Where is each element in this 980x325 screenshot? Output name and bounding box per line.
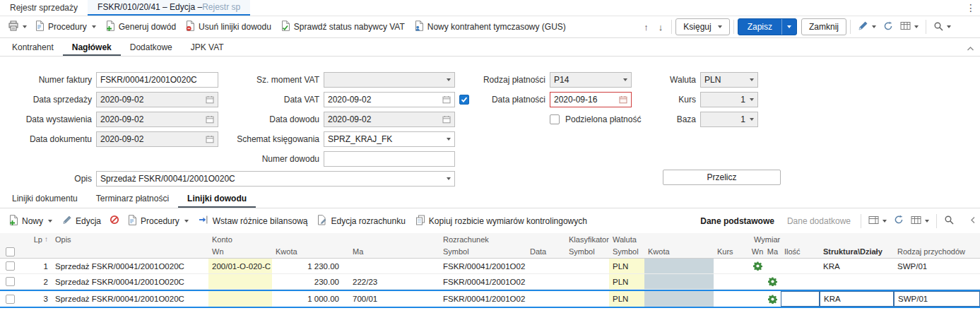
- move-up-button[interactable]: ↑: [639, 20, 654, 35]
- schemat-ksiegowania-field[interactable]: SPRZ_KRAJ_FK: [324, 131, 455, 147]
- cell-lp: 2: [20, 274, 52, 289]
- table-row-selected[interactable]: 3 Sprzedaż FSKR/00041/2001O020C 1 000.00…: [0, 290, 980, 308]
- wstaw-roznice-button[interactable]: Wstaw różnice bilansową: [194, 212, 313, 230]
- view-dane-dodatkowe[interactable]: Dane dodatkowe: [781, 213, 857, 229]
- dimension-gear-icon[interactable]: [768, 295, 777, 304]
- numer-faktury-field[interactable]: FSKR/00041/2001O020C: [96, 72, 218, 88]
- usun-linijki-button[interactable]: Usuń linijki dowodu: [181, 18, 276, 36]
- window-tab-label-tail: Rejestr sp: [202, 2, 240, 12]
- row-checkbox[interactable]: [6, 277, 15, 286]
- opis-field[interactable]: Sprzedaż FSKR/00041/2001O020C: [96, 171, 455, 187]
- tab-naglowek[interactable]: Nagłówek: [63, 38, 121, 56]
- sprawdz-status-vat-button[interactable]: Sprawdź status nabywcy VAT: [276, 18, 410, 36]
- kopiuj-rozbicie-button[interactable]: Kopiuj rozbicie wymiarów kontrolingowych: [411, 212, 592, 230]
- chevron-down-icon: [718, 25, 722, 28]
- cell-ilosc[interactable]: [781, 291, 820, 307]
- chevron-down-icon: [445, 177, 451, 180]
- view-dane-podstawowe[interactable]: Dane podstawowe: [694, 213, 781, 229]
- data-sprzedazy-field[interactable]: 2020-09-02: [96, 92, 218, 107]
- insert-balance-difference-icon: [199, 215, 209, 227]
- zapisz-split-button[interactable]: Zapisz: [738, 18, 797, 35]
- window-tab-rejestr-sprzedazy[interactable]: Rejestr sprzedaży: [0, 0, 88, 16]
- grid-options-detail-button[interactable]: [907, 213, 933, 230]
- cell-kwota: 1 230.00: [272, 259, 343, 273]
- header-rozrachunek-symbol[interactable]: Symbol: [439, 245, 526, 258]
- data-wystawienia-field[interactable]: 2020-09-02: [96, 112, 218, 127]
- table-row[interactable]: 2 Sprzedaż FSKR/00041/2001O020C 230.00 2…: [0, 274, 980, 290]
- tab-linijki-dowodu[interactable]: Linijki dowodu: [178, 189, 256, 208]
- collapse-panel-icon[interactable]: [967, 44, 974, 54]
- select-all-checkbox[interactable]: [6, 247, 15, 256]
- calendar-icon[interactable]: [442, 115, 451, 124]
- tab-linijki-dokumentu[interactable]: Linijki dokumentu: [3, 189, 87, 208]
- header-lp[interactable]: Lp↑: [20, 233, 52, 245]
- ksieguj-button[interactable]: Księguj: [675, 18, 729, 35]
- search-detail-button[interactable]: [940, 212, 957, 230]
- header-opis[interactable]: Opis: [52, 233, 208, 245]
- header-klasyfikator-symbol[interactable]: Symbol: [565, 245, 609, 258]
- nowy-kontrahent-gus-button[interactable]: Nowy kontrahent tymczasowy (GUS): [410, 18, 571, 36]
- header-waluta-kwota[interactable]: Kwota: [644, 245, 714, 258]
- tab-dodatkowe[interactable]: Dodatkowe: [121, 38, 182, 56]
- header-ilosc[interactable]: Ilość: [781, 245, 820, 258]
- data-dowodu-field[interactable]: 2020-09-02: [324, 112, 455, 127]
- chevron-down-icon: [748, 78, 754, 81]
- print-button[interactable]: [4, 18, 30, 36]
- header-waluta-kurs[interactable]: Kurs: [714, 245, 750, 258]
- zapisz-dropdown[interactable]: [781, 19, 796, 35]
- generuj-dowod-button[interactable]: Generuj dowód: [101, 18, 181, 36]
- data-vat-field[interactable]: 2020-09-02: [324, 92, 455, 107]
- header-wymiar-wn[interactable]: Wn: [750, 245, 764, 258]
- przelicz-button[interactable]: Przelicz: [663, 170, 781, 185]
- sz-moment-vat-field[interactable]: [324, 72, 455, 88]
- calendar-icon[interactable]: [619, 95, 627, 104]
- panel-layout-button[interactable]: [865, 213, 890, 230]
- calendar-icon[interactable]: [442, 95, 451, 104]
- tab-kontrahent[interactable]: Kontrahent: [3, 38, 63, 56]
- zamknij-button[interactable]: Zamknij: [801, 18, 846, 35]
- header-konto-wn[interactable]: Wn: [208, 245, 272, 258]
- header-rozrachunek-data[interactable]: Data: [526, 245, 565, 258]
- dimension-gear-icon[interactable]: [768, 277, 777, 286]
- kurs-field[interactable]: 1: [700, 92, 758, 107]
- header-struktura-dzialy[interactable]: Struktura\Działy: [820, 245, 894, 258]
- data-vat-value: 2020-09-02: [328, 95, 439, 105]
- tab-jpk-vat[interactable]: JPK VAT: [182, 38, 233, 56]
- edycja-rozrachunku-button[interactable]: Edycja rozrachunku: [312, 212, 410, 230]
- podzielona-platnosc-checkbox[interactable]: [550, 114, 560, 124]
- baza-field[interactable]: 1: [700, 112, 758, 127]
- procedury-detail-button[interactable]: Procedury: [123, 212, 194, 230]
- row-checkbox[interactable]: [6, 295, 15, 304]
- cell-struktura[interactable]: KRA: [820, 291, 894, 307]
- header-waluta-symbol[interactable]: Symbol: [609, 245, 644, 258]
- table-row[interactable]: 1 Sprzedaż FSKR/00041/2001O020C 200/01-O…: [0, 259, 980, 274]
- rodzaj-platnosci-field[interactable]: P14: [550, 72, 632, 88]
- zapisz-label: Zapisz: [738, 19, 781, 35]
- move-down-button[interactable]: ↓: [654, 20, 668, 35]
- expand-side-panel-icon[interactable]: [970, 216, 976, 226]
- tab-terminarz-platnosci[interactable]: Terminarz płatności: [87, 189, 178, 208]
- procedury-button[interactable]: Procedury: [30, 18, 101, 36]
- kebab-menu-icon[interactable]: ⋮: [962, 0, 980, 16]
- window-tab-edycja[interactable]: FSKR/010/20/41 – Edycja – Rejestr sp: [88, 0, 250, 16]
- search-button[interactable]: [930, 18, 955, 36]
- pen-settings-button[interactable]: [854, 18, 880, 36]
- dimension-gear-icon[interactable]: [753, 261, 762, 271]
- data-platnosci-field[interactable]: 2020-09-16: [550, 92, 632, 107]
- header-wymiar-ma[interactable]: Ma: [764, 245, 781, 258]
- cell-rodzaj[interactable]: SWP/01: [894, 291, 980, 307]
- usun-button[interactable]: [106, 212, 123, 230]
- refresh-detail-button[interactable]: [890, 212, 907, 230]
- refresh-button[interactable]: [880, 18, 897, 36]
- waluta-field[interactable]: PLN: [700, 72, 758, 88]
- edycja-button[interactable]: Edycja: [57, 212, 106, 230]
- document-person-icon: [415, 20, 424, 33]
- grid-options-button[interactable]: [897, 18, 922, 35]
- numer-dowodu-field[interactable]: [324, 151, 455, 167]
- header-konto-kwota[interactable]: Kwota: [272, 245, 343, 258]
- nowy-button[interactable]: Nowy: [4, 212, 57, 230]
- header-rodzaj-przychodow[interactable]: Rodzaj przychodów: [894, 245, 980, 258]
- row-checkbox[interactable]: [6, 261, 15, 271]
- data-dokumentu-field[interactable]: 2020-09-02: [96, 131, 218, 147]
- header-konto-ma[interactable]: Ma: [343, 245, 439, 258]
